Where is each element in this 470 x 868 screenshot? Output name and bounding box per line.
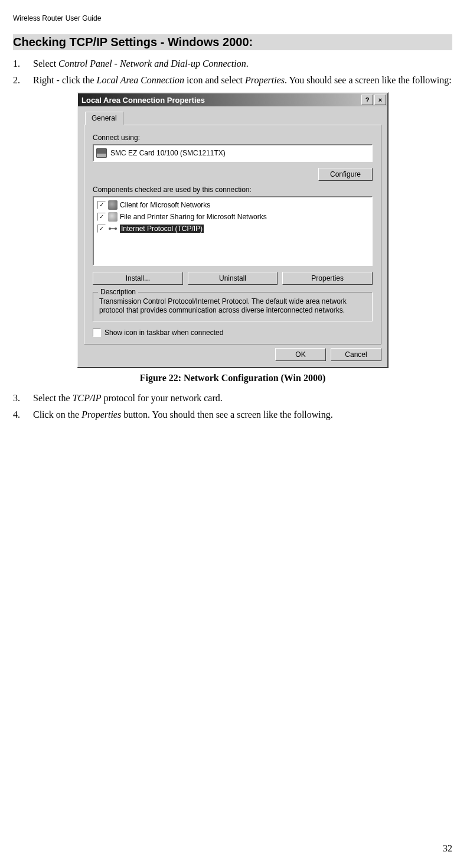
client-icon (108, 200, 117, 210)
dialog-button-bar: OK Cancel (78, 348, 387, 367)
checkbox-checked-icon[interactable]: ✓ (97, 213, 106, 221)
question-mark-icon: ? (365, 97, 370, 103)
close-icon: × (378, 97, 382, 103)
adapter-field: SMC EZ Card 10/100 (SMC1211TX) (93, 144, 373, 162)
help-button[interactable]: ? (361, 95, 373, 105)
description-text: Transmission Control Protocol/Internet P… (99, 297, 366, 315)
step-text: button. You should then see a screen lik… (121, 409, 333, 420)
step-4: 4. Click on the Properties button. You s… (13, 408, 452, 421)
step-1: 1. Select Control Panel - Network and Di… (13, 57, 452, 70)
properties-button[interactable]: Properties (282, 272, 373, 285)
description-groupbox: Description Transmission Control Protoco… (93, 292, 373, 321)
step-em: Control Panel - Network and Dial-up Conn… (58, 58, 246, 69)
protocol-icon (108, 224, 117, 233)
step-text: icon and select (184, 75, 245, 85)
adapter-row: SMC EZ Card 10/100 (SMC1211TX) (96, 147, 369, 159)
step-body: Select the TCP/IP protocol for your netw… (33, 392, 452, 405)
component-label: Client for Microsoft Networks (120, 201, 210, 209)
step-text: . (246, 58, 249, 69)
document-page: Wireless Router User Guide Checking TCP/… (0, 0, 470, 868)
dialog-local-area-connection-properties: Local Area Connection Properties ? × Gen… (77, 92, 389, 368)
tabstrip: General (78, 106, 387, 125)
checkbox-checked-icon[interactable]: ✓ (97, 201, 106, 209)
figure-caption: Figure 22: Network Configuration (Win 20… (13, 373, 452, 383)
description-legend: Description (98, 288, 138, 296)
page-number: 32 (443, 843, 452, 854)
step-marker: 4. (13, 408, 26, 421)
component-buttons-row: Install... Uninstall Properties (93, 272, 373, 285)
component-item-file-printer-sharing[interactable]: ✓ File and Printer Sharing for Microsoft… (96, 211, 369, 223)
close-button[interactable]: × (374, 95, 386, 105)
step-marker: 1. (13, 57, 26, 70)
svg-point-2 (115, 227, 117, 230)
uninstall-button[interactable]: Uninstall (188, 272, 278, 285)
adapter-name: SMC EZ Card 10/100 (SMC1211TX) (110, 149, 226, 157)
steps-list-continued: 3. Select the TCP/IP protocol for your n… (13, 392, 452, 421)
component-label: Internet Protocol (TCP/IP) (120, 225, 204, 233)
dialog-title: Local Area Connection Properties (81, 96, 205, 105)
tab-general[interactable]: General (85, 112, 123, 125)
network-adapter-icon (96, 148, 107, 158)
step-text: Click on the (33, 409, 81, 420)
show-icon-row: ✓ Show icon in taskbar when connected (93, 329, 373, 337)
cancel-button[interactable]: Cancel (331, 348, 381, 361)
configure-row: Configure (93, 168, 373, 181)
show-icon-label: Show icon in taskbar when connected (105, 329, 223, 337)
tab-panel-general: Connect using: SMC EZ Card 10/100 (SMC12… (84, 125, 381, 344)
step-body: Right - click the Local Area Connection … (33, 74, 452, 87)
step-em: Properties (245, 75, 285, 85)
step-marker: 2. (13, 74, 26, 87)
section-heading: Checking TCP/IP Settings - Windows 2000: (13, 34, 452, 50)
step-em: TCP/IP (73, 393, 102, 403)
step-text: protocol for your network card. (102, 393, 223, 403)
step-body: Select Control Panel - Network and Dial-… (33, 57, 452, 70)
running-head: Wireless Router User Guide (13, 14, 452, 22)
step-3: 3. Select the TCP/IP protocol for your n… (13, 392, 452, 405)
checkbox-unchecked-icon[interactable]: ✓ (93, 329, 101, 337)
sharing-icon (108, 212, 117, 222)
install-button[interactable]: Install... (93, 272, 183, 285)
steps-list: 1. Select Control Panel - Network and Di… (13, 57, 452, 86)
step-em: Properties (81, 409, 121, 420)
component-item-tcpip[interactable]: ✓ Internet Protocol (TCP/IP) (96, 223, 369, 235)
configure-button[interactable]: Configure (318, 168, 373, 181)
svg-point-1 (109, 227, 111, 230)
step-text: Select the (33, 393, 73, 403)
ok-button[interactable]: OK (275, 348, 326, 361)
step-2: 2. Right - click the Local Area Connecti… (13, 74, 452, 87)
step-em: Local Area Connection (97, 75, 184, 85)
components-listbox[interactable]: ✓ Client for Microsoft Networks ✓ File a… (93, 196, 373, 266)
step-marker: 3. (13, 392, 26, 405)
component-label: File and Printer Sharing for Microsoft N… (120, 213, 267, 221)
step-text: . You should see a screen like the follo… (285, 75, 452, 85)
step-text: Right - click the (33, 75, 97, 85)
component-item-client[interactable]: ✓ Client for Microsoft Networks (96, 199, 369, 211)
dialog-titlebar[interactable]: Local Area Connection Properties ? × (78, 93, 387, 106)
step-body: Click on the Properties button. You shou… (33, 408, 452, 421)
figure-wrap: Local Area Connection Properties ? × Gen… (13, 92, 452, 368)
connect-using-label: Connect using: (93, 134, 373, 142)
checkbox-checked-icon[interactable]: ✓ (97, 225, 106, 233)
components-label: Components checked are used by this conn… (93, 186, 373, 194)
step-text: Select (33, 58, 58, 69)
